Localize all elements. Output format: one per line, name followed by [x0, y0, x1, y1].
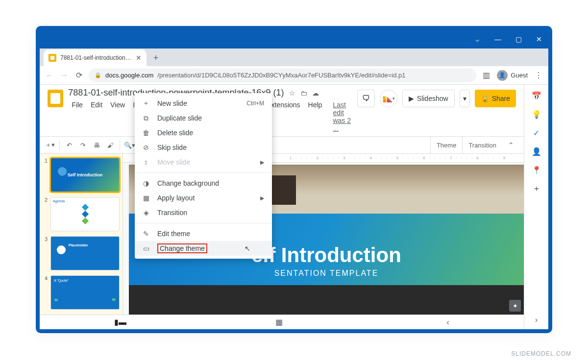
theme-button[interactable]: Theme: [430, 136, 462, 154]
menu-item-change-theme[interactable]: ▭ Change theme ↖: [135, 241, 272, 256]
lock-icon: 🔒: [95, 72, 101, 78]
browser-window: ⌵ — ▢ ✕ 7881-01-self-introduction-powe ✕…: [36, 26, 552, 333]
menu-item-delete-slide[interactable]: 🗑 Delete slide: [135, 125, 272, 140]
slide-thumbnail-1[interactable]: Self Introduction: [50, 158, 120, 192]
app-area: 7881-01-self-introduction-powerpoint-tem…: [40, 85, 548, 329]
thumb-number: 2: [43, 197, 48, 231]
last-edit-link[interactable]: Last edit was 2 ...: [329, 100, 357, 133]
menu-help[interactable]: Help: [305, 100, 326, 133]
tab-strip: 7881-01-self-introduction-powe ✕ +: [40, 49, 548, 66]
menu-item-move-slide: ↕ Move slide ▶: [135, 155, 272, 170]
slide-menu-dropdown: ＋ New slide Ctrl+M ⧉ Duplicate slide 🗑 D…: [135, 93, 272, 259]
transition-button[interactable]: Transition: [462, 136, 502, 154]
keep-icon[interactable]: 💡: [532, 109, 541, 119]
theme-icon: ▭: [142, 244, 150, 252]
slide-thumbnail-4[interactable]: A "Quote"❝❞: [50, 275, 120, 310]
url-path: /presentation/d/1D9CiL08o5T6ZzJD0xB9CYyM…: [157, 72, 405, 79]
add-addon-button[interactable]: ＋: [532, 184, 541, 194]
background-icon: ◑: [142, 179, 150, 187]
menu-separator: [135, 223, 272, 223]
hide-panel-button[interactable]: ›: [535, 315, 538, 324]
explore-button[interactable]: ✦: [509, 300, 521, 312]
thumb-2-label: Agenda: [53, 199, 65, 203]
reload-button[interactable]: ⟳: [74, 71, 84, 80]
thumb-1-title: Self Introduction: [68, 172, 103, 177]
contacts-icon[interactable]: 👤: [532, 146, 541, 156]
address-bar: ← → ⟳ 🔒 docs.google.com/presentation/d/1…: [40, 66, 548, 85]
move-slide-icon: ↕: [142, 158, 150, 166]
calendar-icon[interactable]: 📅: [532, 91, 541, 100]
filmstrip-view-button[interactable]: ▮▬: [114, 317, 126, 327]
comments-button[interactable]: 🗨: [357, 90, 375, 107]
menu-item-new-slide[interactable]: ＋ New slide Ctrl+M: [135, 96, 272, 111]
menu-view[interactable]: View: [107, 100, 128, 133]
move-icon[interactable]: 🗀: [300, 89, 307, 97]
slideshow-button[interactable]: ▶Slideshow: [402, 90, 455, 107]
window-dropdown-icon[interactable]: ⌵: [472, 35, 483, 43]
back-button[interactable]: ←: [45, 71, 54, 80]
slides-logo-icon[interactable]: [48, 90, 63, 107]
window-maximize-button[interactable]: ▢: [513, 35, 524, 43]
menu-item-apply-layout[interactable]: ▦ Apply layout ▶: [135, 191, 272, 205]
collapse-panel-button[interactable]: ‹: [447, 318, 449, 327]
browser-tab[interactable]: 7881-01-self-introduction-powe ✕: [44, 49, 147, 66]
meet-button[interactable]: ▮◣▾: [380, 90, 397, 107]
main-column: 7881-01-self-introduction-powerpoint-tem…: [40, 85, 524, 329]
url-field[interactable]: 🔒 docs.google.com/presentation/d/1D9CiL0…: [89, 69, 476, 82]
paint-format-button[interactable]: 🖌: [104, 139, 117, 151]
slides-favicon: [49, 54, 56, 62]
side-panel: 📅 💡 ✓ 👤 📍 ＋ ›: [524, 85, 548, 329]
tasks-icon[interactable]: ✓: [532, 128, 541, 138]
transition-icon: ◈: [142, 209, 150, 217]
new-slide-button[interactable]: ＋▾: [44, 139, 56, 151]
print-button[interactable]: 🖶: [90, 139, 103, 151]
profile-chip[interactable]: 👤 Guest: [497, 70, 528, 81]
avatar-icon: 👤: [497, 70, 508, 81]
submenu-arrow-icon: ▶: [260, 195, 264, 201]
menu-separator: [135, 172, 272, 173]
slide-title: elf Introduction: [251, 243, 401, 267]
undo-button[interactable]: ↶: [63, 139, 75, 151]
new-tab-button[interactable]: +: [149, 51, 162, 64]
window-titlebar: ⌵ — ▢ ✕: [40, 30, 548, 49]
doc-header: 7881-01-self-introduction-powerpoint-tem…: [40, 85, 524, 133]
star-icon[interactable]: ☆: [289, 89, 295, 97]
forward-button[interactable]: →: [59, 71, 69, 80]
desk-graphic: [129, 285, 524, 315]
maps-icon[interactable]: 📍: [532, 165, 541, 175]
menu-edit[interactable]: Edit: [87, 100, 106, 133]
url-domain: docs.google.com: [105, 72, 153, 79]
tab-close-button[interactable]: ✕: [136, 54, 142, 62]
menu-item-change-background[interactable]: ◑ Change background: [135, 176, 272, 191]
browser-menu-button[interactable]: ⋮: [534, 71, 543, 80]
submenu-arrow-icon: ▶: [260, 159, 264, 166]
view-mode-footer: ▮▬ ▦ ‹: [40, 315, 524, 329]
menu-file[interactable]: File: [68, 100, 86, 133]
menu-item-duplicate-slide[interactable]: ⧉ Duplicate slide: [135, 111, 272, 125]
window-minimize-button[interactable]: —: [492, 35, 503, 43]
grid-view-button[interactable]: ▦: [275, 317, 283, 327]
menu-item-edit-theme[interactable]: ✎ Edit theme: [135, 226, 272, 241]
duplicate-icon: ⧉: [142, 114, 150, 122]
cursor-icon: ↖: [245, 244, 250, 252]
watermark: SLIDEMODEL.COM: [511, 350, 571, 357]
editor-area: 1 Self Introduction 2 Agenda 3 Placehold…: [40, 154, 524, 315]
slideshow-dropdown[interactable]: ▾: [460, 90, 470, 107]
zoom-button[interactable]: 🔍▾: [123, 139, 136, 151]
menu-item-transition[interactable]: ◈ Transition: [135, 205, 272, 220]
meet-icon: ▮◣: [382, 94, 392, 103]
edit-theme-icon: ✎: [142, 230, 150, 238]
plus-icon: ＋: [142, 99, 150, 108]
slide-thumbnail-3[interactable]: Placeholder: [50, 236, 120, 270]
thumb-number: 3: [43, 236, 48, 270]
menu-item-skip-slide[interactable]: ⊘ Skip slide: [135, 140, 272, 155]
thumb-4-label: A "Quote": [54, 279, 69, 282]
window-close-button[interactable]: ✕: [534, 35, 544, 43]
slide-thumbnail-2[interactable]: Agenda: [50, 197, 120, 231]
share-button[interactable]: 🔒Share: [475, 90, 516, 107]
collapse-toolbar-button[interactable]: ⌃: [502, 141, 520, 149]
panel-icon[interactable]: ▥: [481, 71, 491, 80]
skip-icon: ⊘: [142, 144, 150, 151]
redo-button[interactable]: ↷: [76, 139, 89, 151]
play-icon: ▶: [409, 95, 414, 102]
